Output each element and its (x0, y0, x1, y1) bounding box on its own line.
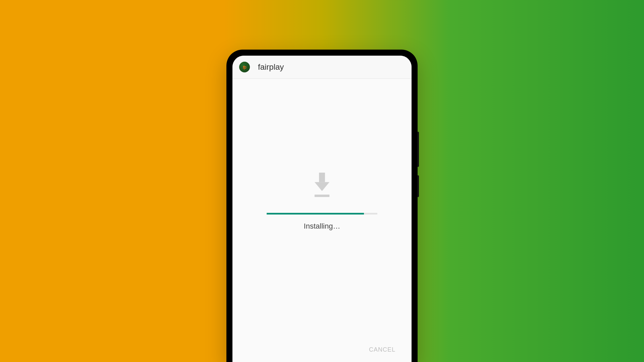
cancel-button[interactable]: CANCEL (363, 342, 401, 357)
app-icon-label: fp (243, 65, 246, 70)
svg-marker-1 (315, 182, 329, 191)
phone-side-button (417, 132, 419, 167)
svg-rect-2 (315, 195, 329, 197)
phone-side-button (417, 175, 419, 197)
download-icon (311, 173, 333, 199)
installer-header: fp fairplay (232, 56, 412, 79)
installer-content: Installing… CANCEL (232, 79, 412, 362)
button-bar: CANCEL (363, 342, 401, 357)
app-icon: fp (239, 62, 250, 72)
install-status-text: Installing… (304, 222, 340, 231)
progress-bar (267, 213, 377, 215)
phone-frame: fp fairplay Installing… CANCEL (226, 50, 418, 362)
progress-fill (267, 213, 364, 215)
phone-screen: fp fairplay Installing… CANCEL (232, 56, 412, 362)
svg-rect-0 (319, 173, 325, 182)
app-title: fairplay (258, 62, 284, 72)
